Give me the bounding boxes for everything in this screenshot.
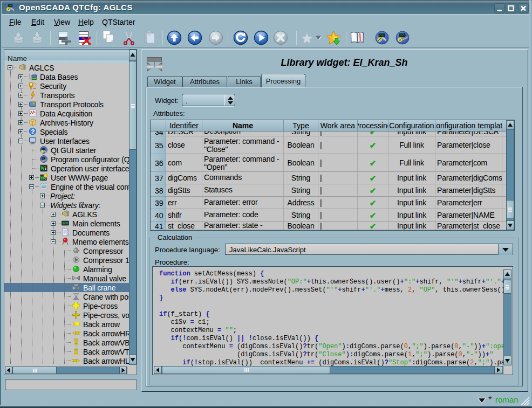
svg-text:AGL: AGL — [63, 212, 67, 215]
svg-text:?: ? — [31, 128, 35, 135]
svg-text:AGL: AGL — [19, 66, 24, 68]
